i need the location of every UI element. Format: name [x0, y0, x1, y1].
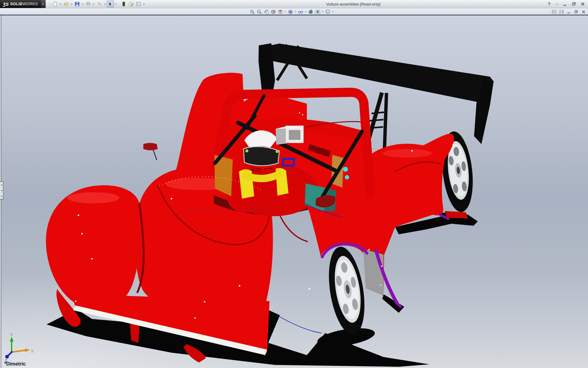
apply-scene-button[interactable] [314, 9, 321, 15]
restore-icon [572, 2, 576, 6]
document-close-icon [582, 10, 586, 14]
selection-filter-icon [121, 2, 126, 6]
new-document-button[interactable] [51, 1, 59, 7]
toggle-left-pane-button[interactable] [552, 9, 557, 14]
solidworks-logo-text-bold: SOLID [10, 2, 23, 6]
document-minimize-button[interactable] [566, 9, 571, 14]
zoom-to-area-icon [257, 9, 262, 14]
car-body [46, 73, 468, 362]
view-settings-button[interactable] [324, 9, 331, 15]
undo-icon [97, 2, 102, 6]
select-tool-button[interactable] [107, 1, 114, 7]
view-settings-icon [325, 9, 330, 14]
save-dropdown-caret[interactable]: ▾ [81, 1, 85, 7]
graphics-viewport[interactable]: X Y Z ◂ ◂ ◂ *Dimetric [0, 15, 588, 368]
display-style-icon [288, 9, 293, 14]
select-dropdown-caret[interactable]: ▾ [114, 1, 118, 7]
side-panel-gray [363, 249, 383, 296]
view-orientation-icon [278, 9, 283, 14]
properties-note-icon [129, 2, 134, 6]
model-render[interactable]: X Y Z [0, 15, 588, 368]
open-document-button[interactable] [62, 1, 70, 7]
heads-up-view-toolbar: ▾ ▾ ▾ ▾ ▾ [249, 9, 334, 15]
view-orientation-button[interactable] [277, 9, 284, 15]
view-orientation-caret[interactable]: ▾ [284, 9, 287, 15]
hide-show-items-button[interactable] [297, 9, 304, 15]
document-minimize-icon [567, 10, 571, 14]
edit-appearance-icon [308, 9, 313, 14]
undo-dropdown-caret[interactable]: ▾ [103, 1, 107, 7]
apply-scene-caret[interactable]: ▾ [321, 9, 324, 15]
undo-button[interactable] [96, 1, 103, 7]
driver-helmet [242, 130, 281, 172]
apply-scene-icon [315, 9, 320, 14]
collapse-arrow-icon: ◂ [1, 189, 2, 191]
window-controls: ? ▾ [546, 1, 586, 7]
open-dropdown-caret[interactable]: ▾ [70, 1, 74, 7]
zoom-to-fit-icon [250, 9, 255, 14]
display-style-button[interactable] [287, 9, 294, 15]
print-dropdown-caret[interactable]: ▾ [92, 1, 96, 7]
toggle-right-pane-icon [559, 10, 564, 14]
main-toolbar: ▾ ▾ ▾ ▾ ▾ ▾ ▾ [51, 1, 146, 7]
zoom-to-fit-button[interactable] [249, 9, 256, 15]
menu-expand-button[interactable]: ▸ [41, 0, 46, 8]
collapse-arrow-icon: ◂ [1, 184, 2, 186]
print-icon [86, 2, 91, 6]
hide-show-items-caret[interactable]: ▾ [304, 9, 307, 15]
close-icon [581, 2, 585, 6]
restore-button[interactable] [571, 1, 577, 7]
close-button[interactable] [580, 1, 586, 7]
feature-manager-collapsed-tab[interactable]: ◂ ◂ ◂ [0, 182, 3, 199]
rear-view-mirror-box [276, 126, 303, 145]
solidworks-logo: ƷS SOLIDWORKS [0, 0, 41, 8]
minimize-button[interactable] [562, 1, 568, 7]
previous-view-button[interactable] [263, 9, 270, 15]
help-dropdown-caret[interactable]: ▾ [555, 1, 559, 7]
title-bar: ƷS SOLIDWORKS ▸ ▾ ▾ ▾ ▾ ▾ ▾ ▾ [0, 0, 588, 8]
hide-show-glasses-icon [298, 9, 303, 14]
save-button[interactable] [74, 1, 81, 7]
new-document-icon [53, 2, 58, 6]
select-cursor-icon [108, 2, 113, 6]
display-style-caret[interactable]: ▾ [294, 9, 297, 15]
options-dropdown-caret[interactable]: ▾ [142, 1, 146, 7]
view-settings-caret[interactable]: ▾ [331, 9, 334, 15]
save-floppy-icon [75, 2, 80, 6]
toggle-left-pane-icon [552, 10, 556, 14]
print-button[interactable] [85, 1, 92, 7]
zoom-to-area-button[interactable] [256, 9, 263, 15]
document-close-button[interactable] [581, 9, 586, 14]
document-title: Voiture assemblee [Read-only] [326, 2, 380, 6]
orientation-triad[interactable]: X Y Z [5, 332, 34, 363]
view-orientation-label: *Dimetric [4, 361, 26, 367]
front-wheel [323, 244, 370, 337]
options-checklist-icon [136, 2, 141, 6]
open-folder-icon [64, 2, 69, 6]
section-view-icon [271, 9, 276, 14]
help-button[interactable]: ? [546, 1, 552, 7]
new-dropdown-caret[interactable]: ▾ [59, 1, 62, 7]
solidworks-logo-text-light: WORKS [23, 2, 38, 6]
options-button[interactable] [135, 1, 142, 7]
properties-button[interactable] [127, 1, 135, 7]
edit-appearance-button[interactable] [307, 9, 314, 15]
solidworks-logo-mark: ƷS [3, 2, 9, 7]
triad-y-label: Y [10, 332, 13, 337]
collapse-arrow-icon: ◂ [1, 195, 2, 197]
document-window-controls [552, 9, 586, 14]
selection-filter-button[interactable] [120, 1, 127, 7]
document-restore-button[interactable] [574, 9, 579, 14]
previous-view-icon [264, 9, 269, 14]
section-view-button[interactable] [270, 9, 277, 15]
minimize-icon [563, 2, 567, 6]
triad-x-label: X [31, 349, 34, 354]
toggle-right-pane-button[interactable] [559, 9, 564, 14]
document-restore-icon [574, 10, 578, 14]
